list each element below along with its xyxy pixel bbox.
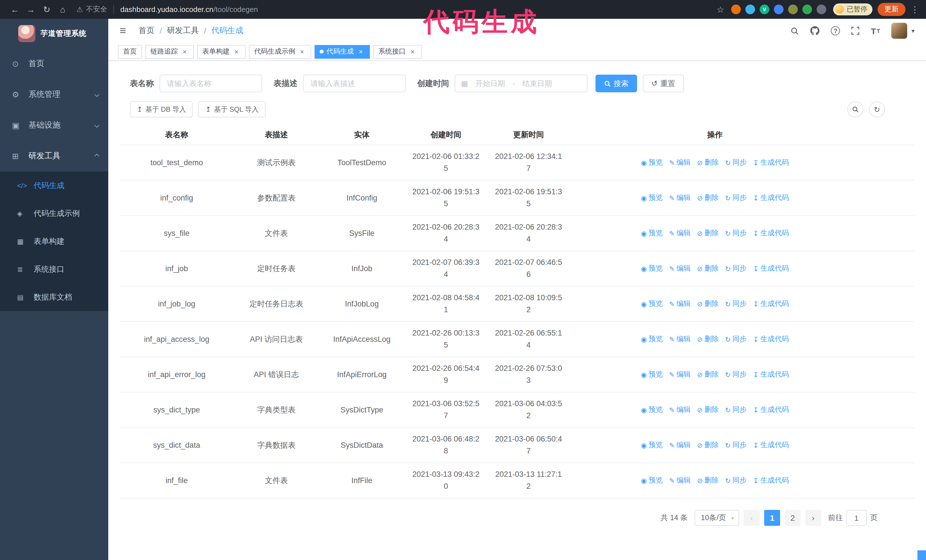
action-generate-link[interactable]: ↧生成代码: [753, 158, 789, 168]
action-delete-link[interactable]: ⊘删除: [697, 334, 719, 344]
page-2-button[interactable]: 2: [785, 510, 800, 526]
action-edit-link[interactable]: ✎编辑: [669, 440, 691, 450]
close-icon[interactable]: ×: [298, 48, 306, 56]
action-delete-link[interactable]: ⊘删除: [697, 476, 719, 485]
date-range-picker[interactable]: ▦ 开始日期 - 结束日期: [455, 75, 587, 92]
prev-page-button[interactable]: ‹: [744, 510, 760, 526]
action-edit-link[interactable]: ✎编辑: [669, 334, 691, 344]
forward-icon[interactable]: →: [23, 5, 39, 14]
sidebar-subitem-codegen-example[interactable]: ◈代码生成示例: [0, 199, 108, 227]
action-edit-link[interactable]: ✎编辑: [669, 370, 691, 379]
page-1-button[interactable]: 1: [764, 510, 780, 526]
breadcrumb-devtools[interactable]: 研发工具: [167, 26, 199, 36]
home-icon[interactable]: ⌂: [55, 5, 71, 14]
url-bar[interactable]: dashboard.yudao.iocoder.cn/tool/codegen: [120, 5, 258, 14]
bookmark-star-icon[interactable]: ☆: [717, 4, 724, 15]
action-generate-link[interactable]: ↧生成代码: [753, 264, 789, 273]
action-sync-link[interactable]: ↻同步: [725, 264, 746, 273]
avatar-caret-icon[interactable]: ▾: [911, 27, 915, 35]
action-sync-link[interactable]: ↻同步: [725, 476, 746, 485]
close-icon[interactable]: ×: [181, 48, 189, 56]
action-edit-link[interactable]: ✎编辑: [669, 476, 691, 485]
goto-page-input[interactable]: [846, 510, 867, 526]
action-generate-link[interactable]: ↧生成代码: [753, 228, 789, 238]
action-sync-link[interactable]: ↻同步: [725, 405, 746, 415]
search-icon[interactable]: [790, 27, 799, 35]
action-preview-link[interactable]: ◉预览: [641, 370, 663, 379]
close-icon[interactable]: ×: [357, 48, 365, 56]
page-size-select[interactable]: 10条/页 ▾: [694, 510, 739, 526]
action-preview-link[interactable]: ◉预览: [641, 334, 663, 344]
tab-form-builder[interactable]: 表单构建×: [197, 45, 246, 58]
action-delete-link[interactable]: ⊘删除: [697, 299, 719, 309]
import-db-button[interactable]: ↥ 基于 DB 导入: [130, 101, 193, 117]
action-sync-link[interactable]: ↻同步: [725, 158, 746, 168]
sidebar-subitem-codegen[interactable]: </>代码生成: [0, 172, 108, 199]
action-edit-link[interactable]: ✎编辑: [669, 405, 691, 415]
action-generate-link[interactable]: ↧生成代码: [753, 440, 789, 450]
import-sql-button[interactable]: ↥ 基于 SQL 导入: [198, 101, 266, 117]
action-preview-link[interactable]: ◉预览: [641, 193, 663, 203]
action-sync-link[interactable]: ↻同步: [725, 370, 746, 379]
kebab-menu-icon[interactable]: ⋮: [911, 4, 919, 15]
user-avatar[interactable]: [891, 23, 908, 39]
extension-green-leaf-icon[interactable]: [802, 5, 812, 14]
extension-blue-drop-icon[interactable]: [745, 5, 755, 14]
sidebar-subitem-form-builder[interactable]: ▦表单构建: [0, 227, 108, 255]
action-sync-link[interactable]: ↻同步: [725, 193, 746, 203]
action-preview-link[interactable]: ◉预览: [641, 405, 663, 415]
action-sync-link[interactable]: ↻同步: [725, 299, 746, 309]
fullscreen-icon[interactable]: [851, 27, 859, 35]
github-icon[interactable]: [810, 26, 819, 35]
action-preview-link[interactable]: ◉预览: [641, 264, 663, 273]
tab-codegen-example[interactable]: 代码生成示例×: [249, 45, 311, 58]
action-delete-link[interactable]: ⊘删除: [697, 158, 719, 168]
search-button[interactable]: 搜索: [596, 75, 637, 92]
extension-orange-icon[interactable]: [731, 5, 741, 14]
table-name-input[interactable]: [160, 75, 262, 92]
table-desc-input[interactable]: [303, 75, 406, 92]
action-generate-link[interactable]: ↧生成代码: [753, 405, 789, 415]
sidebar-item-home[interactable]: ⊙首页: [0, 48, 108, 79]
help-icon[interactable]: ?: [831, 26, 840, 35]
extension-green-v-icon[interactable]: V: [760, 5, 769, 14]
reset-button[interactable]: ↺ 重置: [643, 75, 684, 92]
close-icon[interactable]: ×: [409, 48, 416, 56]
sidebar-subitem-api[interactable]: ≣系统接口: [0, 255, 108, 283]
close-icon[interactable]: ×: [233, 48, 241, 56]
font-size-icon[interactable]: TT: [871, 26, 880, 36]
action-preview-link[interactable]: ◉预览: [641, 440, 663, 450]
back-icon[interactable]: ←: [7, 5, 23, 14]
action-generate-link[interactable]: ↧生成代码: [753, 299, 789, 309]
action-generate-link[interactable]: ↧生成代码: [753, 334, 789, 344]
chrome-update-button[interactable]: 更新: [878, 3, 905, 16]
corner-widget[interactable]: [917, 550, 926, 560]
extension-puzzle-icon[interactable]: [817, 5, 826, 14]
refresh-button[interactable]: ↻: [869, 101, 885, 117]
action-preview-link[interactable]: ◉预览: [641, 476, 663, 485]
profile-paused-badge[interactable]: 已暂停: [833, 3, 872, 15]
action-generate-link[interactable]: ↧生成代码: [753, 193, 789, 203]
action-preview-link[interactable]: ◉预览: [641, 158, 663, 168]
sidebar-item-infra[interactable]: ▣基础设施: [0, 110, 108, 141]
breadcrumb-home[interactable]: 首页: [138, 26, 154, 36]
action-delete-link[interactable]: ⊘删除: [697, 264, 719, 273]
action-delete-link[interactable]: ⊘删除: [697, 228, 719, 238]
extension-blue-grid-icon[interactable]: [774, 5, 784, 14]
extension-olive-icon[interactable]: [788, 5, 798, 14]
app-logo[interactable]: 芋道管理系统: [0, 19, 108, 48]
sidebar-item-devtools[interactable]: ⊞研发工具: [0, 141, 108, 172]
reload-icon[interactable]: ↻: [39, 4, 55, 15]
next-page-button[interactable]: ›: [805, 510, 821, 526]
action-edit-link[interactable]: ✎编辑: [669, 299, 691, 309]
tab-api[interactable]: 系统接口×: [373, 45, 422, 58]
sidebar-item-system[interactable]: ⚙系统管理: [0, 79, 108, 110]
sidebar-subitem-db-doc[interactable]: ▤数据库文档: [0, 283, 108, 311]
action-delete-link[interactable]: ⊘删除: [697, 193, 719, 203]
action-edit-link[interactable]: ✎编辑: [669, 158, 691, 168]
action-sync-link[interactable]: ↻同步: [725, 440, 746, 450]
action-preview-link[interactable]: ◉预览: [641, 299, 663, 309]
tab-home[interactable]: 首页: [118, 45, 142, 58]
action-generate-link[interactable]: ↧生成代码: [753, 370, 789, 379]
tab-codegen[interactable]: 代码生成×: [315, 45, 370, 58]
